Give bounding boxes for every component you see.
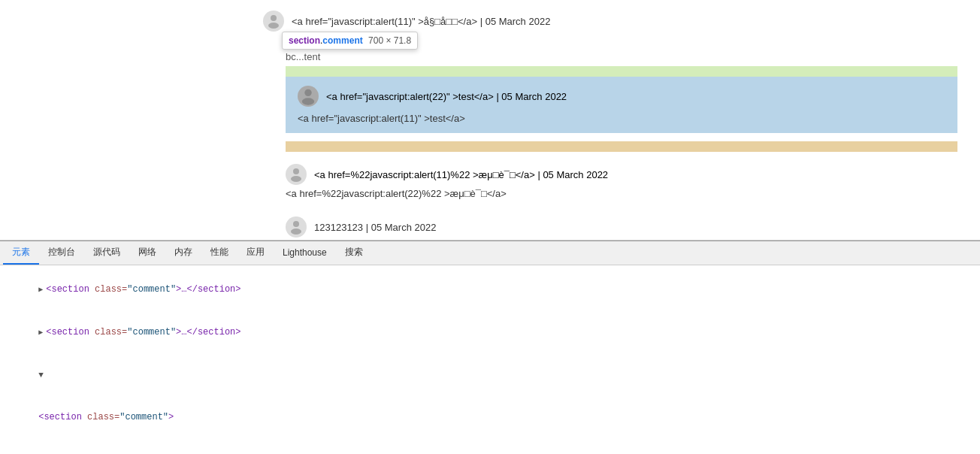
dom-line-expand-arrow[interactable]: ▼ <box>0 354 980 396</box>
avatar-icon-4 <box>287 218 305 236</box>
partial-text: bc...tent <box>286 51 320 62</box>
devtools-panel: 元素 控制台 源代码 网络 内存 性能 应用 Lighthouse 搜索 ▶<s… <box>0 241 980 454</box>
browser-viewport: section.comment 700 × 71.8 <a href="java… <box>0 0 980 241</box>
dom-line-section-open: <section class="comment"> <box>0 396 980 438</box>
collapse-arrow-1: ▶ <box>38 283 43 297</box>
highlight-orange-bottom <box>286 141 957 152</box>
element-tooltip: section.comment 700 × 71.8 <box>282 32 418 50</box>
tab-application[interactable]: 应用 <box>237 241 274 265</box>
tab-memory[interactable]: 内存 <box>165 241 201 265</box>
row3-text: <a href=%22javascript:alert(11)%22 >æμ□è… <box>314 169 608 180</box>
row4-text: 123123123 | 05 March 2022 <box>314 222 436 233</box>
dom-line-collapsed-1[interactable]: ▶<section class="comment">…</section> <box>0 268 980 311</box>
expand-triangle: ▼ <box>38 371 44 380</box>
section-close-2: >…</section> <box>176 327 240 337</box>
class-attr-1: class= <box>95 284 127 295</box>
avatar-icon-highlight <box>298 86 319 107</box>
svg-point-6 <box>293 221 299 227</box>
highlight-text-1: <a href="javascript:alert(22)" >test</a>… <box>326 91 567 102</box>
collapse-arrow-2: ▶ <box>38 326 43 340</box>
row3-main: <a href=%22javascript:alert(11)%22 >æμ□è… <box>286 164 957 185</box>
avatar-highlight <box>298 86 319 107</box>
class-val-1: "comment" <box>127 284 176 295</box>
svg-point-7 <box>291 229 301 235</box>
highlight-blue: <a href="javascript:alert(22)" >test</a>… <box>286 77 957 133</box>
dom-line-p-open: <p> <box>0 438 980 454</box>
avatar-4 <box>286 216 307 238</box>
tab-elements[interactable]: 元素 <box>3 241 39 265</box>
highlight-row-2: <a href="javascript:alert(11)" >test</a> <box>298 113 945 124</box>
svg-point-2 <box>304 89 311 96</box>
row3-sub: <a href=%22javascript:alert(22)%22 >æμ□è… <box>286 188 957 199</box>
tooltip-tag: section <box>289 35 320 46</box>
class-attr-2: class= <box>95 327 127 337</box>
highlight-row-1: <a href="javascript:alert(22)" >test</a>… <box>298 86 945 107</box>
tab-sources[interactable]: 源代码 <box>84 241 129 265</box>
tab-performance[interactable]: 性能 <box>201 241 237 265</box>
comment-row-4: 123123123 | 05 March 2022 <box>286 216 436 238</box>
section-class-val: "comment" <box>119 412 168 422</box>
class-val-2: "comment" <box>127 327 176 337</box>
comment-row-3: <a href=%22javascript:alert(11)%22 >æμ□è… <box>286 164 957 199</box>
section-open-close: > <box>168 412 174 422</box>
comment-text-1: <a href="javascript:alert(11)" >å§□å□□</… <box>292 16 550 27</box>
tab-search[interactable]: 搜索 <box>336 241 372 265</box>
section-class-attr: class= <box>87 412 119 422</box>
dom-line-collapsed-2[interactable]: ▶<section class="comment">…</section> <box>0 311 980 354</box>
avatar-icon-1 <box>265 12 283 30</box>
devtools-content: ▶<section class="comment">…</section> ▶<… <box>0 265 980 454</box>
tooltip-dimensions: 700 × 71.8 <box>368 35 411 46</box>
tooltip-class: comment <box>322 35 362 46</box>
svg-point-4 <box>293 168 299 174</box>
avatar-icon-3 <box>287 165 305 183</box>
svg-point-5 <box>291 176 301 182</box>
svg-point-0 <box>271 15 277 21</box>
section-close-1: >…</section> <box>176 284 240 295</box>
tab-lighthouse[interactable]: Lighthouse <box>274 243 336 264</box>
svg-point-1 <box>268 23 279 29</box>
tab-console[interactable]: 控制台 <box>39 241 84 265</box>
avatar-1 <box>263 11 284 32</box>
tab-network[interactable]: 网络 <box>129 241 165 265</box>
comment-row-1: <a href="javascript:alert(11)" >å§□å□□</… <box>263 11 550 32</box>
section-open-tag: <section <box>38 412 82 422</box>
highlight-green-top <box>286 66 957 77</box>
section-tag-1: <section <box>46 284 89 295</box>
svg-point-3 <box>302 98 314 104</box>
section-tag-2: <section <box>46 327 89 337</box>
devtools-tabs: 元素 控制台 源代码 网络 内存 性能 应用 Lighthouse 搜索 <box>0 241 980 265</box>
avatar-3 <box>286 164 307 185</box>
